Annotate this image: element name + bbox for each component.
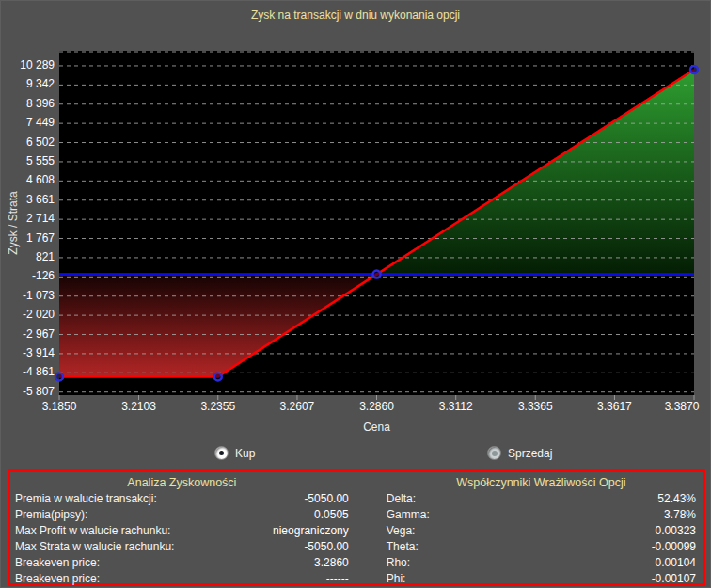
row-label: Vega: (387, 523, 416, 539)
greeks-row: Theta: -0.00099 (387, 539, 696, 555)
y-tick-label: 821 (1, 250, 55, 263)
greeks-row: Rho: 0.00104 (387, 555, 696, 571)
radio-kup-label: Kup (235, 447, 255, 460)
row-label: Max Profit w walucie rachunku: (15, 523, 170, 539)
x-tick-label: 3.3365 (507, 400, 563, 413)
radio-button-icon[interactable] (214, 446, 229, 460)
y-tick-label: 2 714 (1, 212, 55, 225)
row-label: Phi: (387, 571, 406, 587)
profitability-column: Analiza Zyskowności Premia w walucie tra… (15, 475, 349, 581)
y-tick-label: 8 396 (1, 97, 55, 110)
x-tick-label: 3.3112 (428, 400, 484, 413)
analysis-row: Premia w walucie transakcji: -5050.00 (15, 491, 349, 507)
row-value: nieograniczony (273, 523, 349, 539)
row-value: -5050.00 (304, 491, 348, 507)
y-tick-label: -126 (1, 269, 55, 282)
plot-area (59, 51, 694, 395)
greeks-row: Phi: -0.00107 (387, 571, 696, 587)
radio-kup[interactable]: Kup (214, 446, 255, 460)
x-tick-label: 3.3870 (654, 400, 710, 413)
greeks-row: Gamma: 3.78% (387, 507, 696, 523)
x-tick-label: 3.3617 (586, 400, 642, 413)
greeks-header: Współczynniki Wrażliwości Opcji (387, 475, 696, 491)
analysis-row: Max Profit w walucie rachunku: nieograni… (15, 523, 349, 539)
chart-marker[interactable] (373, 271, 381, 278)
analysis-panel: Analiza Zyskowności Premia w walucie tra… (8, 469, 705, 586)
chart-marker[interactable] (690, 66, 698, 73)
y-tick-label: -2 967 (1, 327, 55, 341)
y-tick-label: 3 661 (1, 193, 55, 206)
row-value: 3.78% (664, 507, 696, 523)
x-axis-title: Cena (59, 421, 694, 434)
row-value: 0.0505 (314, 507, 349, 523)
row-label: Premia w walucie transakcji: (15, 491, 157, 507)
row-label: Gamma: (387, 507, 430, 523)
y-tick-label: -1 073 (1, 289, 55, 302)
row-label: Premia(pipsy): (15, 507, 87, 523)
options-profit-window: Zysk na transakcji w dniu wykonania opcj… (0, 0, 711, 588)
y-tick-label: -4 861 (1, 365, 55, 378)
row-value: -5050.00 (304, 539, 348, 555)
row-value: -0.00107 (652, 571, 696, 587)
x-tick-label: 3.2355 (190, 400, 246, 413)
analysis-row: Max Strata w walucie rachunku: -5050.00 (15, 539, 349, 555)
greeks-row: Delta: 52.43% (387, 491, 696, 507)
row-label: Theta: (387, 539, 419, 555)
row-label: Delta: (387, 491, 416, 507)
row-value: 0.00104 (656, 555, 696, 571)
analysis-row: Breakeven price: 3.2860 (15, 555, 349, 571)
radio-sprzedaj[interactable]: Sprzedaj (487, 446, 552, 460)
y-tick-label: -2 020 (1, 308, 55, 321)
analysis-row: Premia(pipsy): 0.0505 (15, 507, 349, 523)
y-tick-label: 4 608 (1, 173, 55, 186)
analysis-row: Breakeven price: ------ (15, 571, 349, 587)
row-label: Rho: (387, 555, 410, 571)
greeks-row: Vega: 0.00323 (387, 523, 696, 539)
row-label: Breakeven price: (15, 571, 100, 587)
row-value: ------ (326, 571, 349, 587)
y-tick-label: 6 502 (1, 135, 55, 149)
y-tick-label: 9 342 (1, 77, 55, 90)
chart-marker[interactable] (55, 373, 63, 380)
loss-fill (59, 275, 377, 377)
x-tick-label: 3.2860 (349, 400, 405, 413)
row-value: 52.43% (657, 491, 696, 507)
x-tick-label: 3.2103 (111, 400, 167, 413)
radio-button-icon[interactable] (487, 446, 501, 460)
radio-sprzedaj-label: Sprzedaj (508, 447, 552, 460)
y-tick-label: -5 807 (1, 385, 55, 398)
x-tick-label: 3.2607 (269, 400, 325, 413)
x-tick-label: 3.1850 (31, 400, 87, 413)
greeks-column: Współczynniki Wrażliwości Opcji Delta: 5… (349, 475, 696, 581)
y-tick-label: 10 289 (1, 58, 55, 72)
pl-chart (59, 51, 694, 395)
y-tick-label: 1 767 (1, 231, 55, 245)
y-tick-label: -3 914 (1, 346, 55, 359)
row-label: Max Strata w walucie rachunku: (15, 539, 174, 555)
y-tick-label: 7 449 (1, 116, 55, 129)
row-value: 0.00323 (656, 523, 696, 539)
row-value: -0.00099 (652, 539, 696, 555)
y-tick-label: 5 555 (1, 154, 55, 167)
chart-marker[interactable] (214, 373, 222, 380)
chart-title: Zysk na transakcji w dniu wykonania opcj… (1, 8, 710, 22)
row-value: 3.2860 (314, 555, 349, 571)
profitability-header: Analiza Zyskowności (15, 475, 349, 491)
row-label: Breakeven price: (15, 555, 100, 571)
